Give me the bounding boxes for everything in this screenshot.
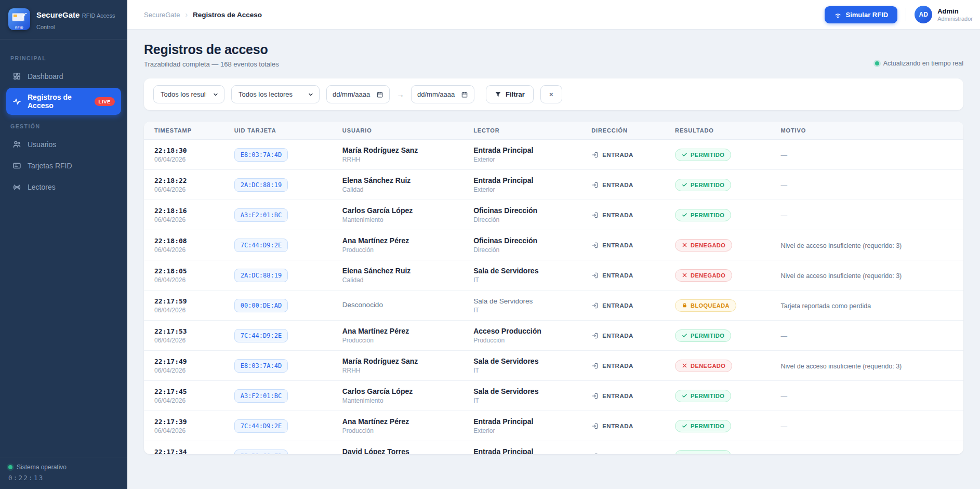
reader-location: Exterior (473, 186, 575, 193)
live-status: Actualizando en tiempo real (875, 60, 963, 68)
result-badge: DENEGADO (675, 239, 732, 252)
motivo-text: Nivel de acceso insuficiente (requerido:… (781, 272, 902, 280)
close-icon: × (549, 90, 553, 98)
result-badge: PERMITIDO (675, 420, 731, 432)
reader-icon (12, 182, 21, 191)
result-badge: PERMITIDO (675, 450, 731, 455)
user-department: Mantenimiento (342, 216, 457, 223)
uid-chip: 7C:44:D9:2E (234, 329, 288, 342)
result-filter-select[interactable]: Todos los resultados (153, 85, 224, 103)
uid-chip: 7C:44:D9:2E (234, 419, 288, 433)
sidebar-item-usuarios[interactable]: Usuarios (6, 135, 121, 154)
motivo-text: Nivel de acceso insuficiente (requerido:… (781, 242, 902, 249)
sidebar-nav: PRINCIPAL Dashboard Registros de Acceso … (0, 39, 127, 457)
reader-name: Entrada Principal (473, 176, 575, 184)
event-time: 22:17:49 (154, 358, 218, 365)
app-logo-icon: RFID (8, 8, 30, 30)
user-fullname: Ana Martínez Pérez (342, 236, 457, 245)
simulate-rfid-button[interactable]: Simular RFID (825, 6, 898, 23)
user-fullname: Carlos García López (342, 387, 457, 395)
direction-label: ENTRADA (602, 393, 633, 399)
page-content: Registros de acceso Trazabilidad complet… (127, 30, 980, 489)
col-usuario: USUARIO (334, 122, 465, 140)
live-status-dot (875, 61, 879, 65)
event-date: 06/04/2026 (154, 427, 218, 434)
calendar-icon (461, 91, 468, 98)
result-label: PERMITIDO (691, 393, 724, 399)
col-direccion: DIRECCIÓN (583, 122, 667, 140)
reader-name: Oficinas Dirección (473, 206, 575, 215)
motivo-text: Nivel de acceso insuficiente (requerido:… (781, 363, 902, 370)
user-department: RRHH (342, 156, 457, 163)
date-to-input[interactable]: dd/mm/aaaa (411, 85, 474, 103)
brand: RFID SecureGate RFID Access Control (0, 0, 127, 39)
motivo-text: — (781, 182, 788, 189)
result-label: PERMITIDO (691, 152, 724, 158)
main-area: SecureGate › Registros de Acceso Simular… (127, 0, 980, 489)
col-resultado: RESULTADO (667, 122, 772, 140)
uid-chip: 55:B1:60:F3 (234, 450, 288, 455)
table-row: 22:17:49 06/04/2026 E8:03:7A:4D María Ro… (144, 351, 963, 381)
breadcrumb: SecureGate › Registros de Acceso (144, 10, 262, 19)
event-date: 06/04/2026 (154, 367, 218, 374)
reader-name: Oficinas Dirección (473, 236, 575, 245)
login-icon (591, 453, 599, 455)
motivo-text: — (781, 212, 788, 219)
event-date: 06/04/2026 (154, 397, 218, 404)
result-badge: DENEGADO (675, 360, 732, 372)
event-date: 06/04/2026 (154, 276, 218, 284)
result-badge: BLOQUEADA (675, 299, 736, 312)
breadcrumb-chevron-icon: › (185, 10, 188, 19)
reader-location: Exterior (473, 156, 575, 163)
login-icon (591, 181, 599, 189)
breadcrumb-current: Registros de Acceso (193, 11, 262, 19)
sidebar-item-label: Lectores (28, 183, 56, 191)
table-row: 22:17:45 06/04/2026 A3:F2:01:BC Carlos G… (144, 381, 963, 411)
user-menu[interactable]: AD Admin Administrador (915, 6, 973, 23)
sidebar-item-dashboard[interactable]: Dashboard (6, 67, 121, 86)
reader-name: Sala de Servidores (473, 267, 575, 275)
reader-name: Entrada Principal (473, 146, 575, 154)
check-icon (682, 212, 687, 218)
result-label: DENEGADO (691, 272, 725, 279)
col-lector: LECTOR (465, 122, 583, 140)
clear-filters-button[interactable]: × (540, 85, 562, 103)
event-time: 22:17:34 (154, 448, 218, 455)
dashboard-icon (12, 72, 21, 81)
result-label: DENEGADO (691, 242, 725, 248)
check-icon (682, 152, 687, 157)
funnel-icon (495, 91, 501, 98)
event-date: 06/04/2026 (154, 246, 218, 254)
direction-label: ENTRADA (602, 242, 633, 248)
reader-location: IT (473, 276, 575, 284)
table-row: 22:18:30 06/04/2026 E8:03:7A:4D María Ro… (144, 140, 963, 170)
breadcrumb-root-link[interactable]: SecureGate (144, 11, 180, 19)
table-row: 22:17:53 06/04/2026 7C:44:D9:2E Ana Mart… (144, 321, 963, 351)
x-icon (682, 363, 687, 368)
event-time: 22:17:53 (154, 327, 218, 335)
login-icon (591, 151, 599, 158)
filter-button[interactable]: Filtrar (486, 85, 534, 103)
motivo-text: — (781, 152, 788, 159)
sidebar-item-tarjetas[interactable]: Tarjetas RFID (6, 156, 121, 175)
login-icon (591, 332, 599, 339)
date-from-input[interactable]: dd/mm/aaaa (326, 85, 390, 103)
user-department: RRHH (342, 367, 457, 374)
activity-icon (12, 97, 21, 106)
sidebar-item-label: Registros de Acceso (28, 93, 88, 110)
sidebar-item-lectores[interactable]: Lectores (6, 177, 121, 196)
reader-filter-select[interactable]: Todos los lectores (231, 85, 320, 103)
sidebar-item-label: Usuarios (28, 140, 56, 149)
result-badge: PERMITIDO (675, 179, 731, 191)
event-time: 22:18:30 (154, 147, 218, 154)
check-icon (682, 453, 687, 454)
live-badge: LIVE (95, 97, 115, 106)
page-subtitle: Trazabilidad completa — 168 eventos tota… (144, 60, 279, 68)
direction-label: ENTRADA (602, 302, 633, 309)
sidebar-item-registros[interactable]: Registros de Acceso LIVE (6, 88, 121, 115)
user-fullname: María Rodríguez Sanz (342, 357, 457, 365)
table-row: 22:18:16 06/04/2026 A3:F2:01:BC Carlos G… (144, 200, 963, 230)
users-icon (12, 140, 21, 149)
table-row: 22:18:05 06/04/2026 2A:DC:88:19 Elena Sá… (144, 260, 963, 290)
motivo-text: — (781, 453, 788, 455)
